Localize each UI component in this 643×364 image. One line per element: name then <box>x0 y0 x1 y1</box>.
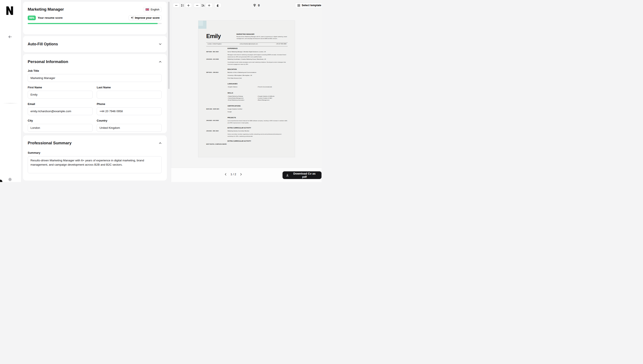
autofill-options-card[interactable]: Auto-Fill Options <box>23 36 167 52</box>
job-title-label: Job Title <box>28 69 162 72</box>
skill-item: Digital Marketing Strategy <box>227 96 243 97</box>
select-template-button[interactable]: Select template <box>295 3 322 8</box>
app-logo[interactable] <box>6 6 14 15</box>
skill-item: Brand Management <box>257 100 269 101</box>
section-heading-extra-curricular-2: EXTRA CURRICULAR ACTIVITY <box>227 140 251 142</box>
city-label: City <box>28 119 93 122</box>
education-date: SEP 2015 - JUN 2012 <box>206 72 218 73</box>
education-honours: First Class Honours (1st) <box>227 78 242 79</box>
accent-square-light <box>198 21 203 26</box>
certification-title: Google Analytics Certified <box>227 108 242 110</box>
contact-email: emily.richardson@example.com <box>240 43 258 44</box>
personal-information-title: Personal Information <box>28 60 68 64</box>
professional-summary-title: Professional Summary <box>28 141 72 146</box>
extra-curricular-desc: Active committee member organising month… <box>227 133 288 137</box>
experience-2-desc: Coordinated social media campaigns and e… <box>227 61 288 65</box>
city-input[interactable] <box>28 124 93 132</box>
language-item: English (Native) <box>227 86 237 88</box>
score-label: Your resume score <box>38 16 63 19</box>
line-spacing-icon <box>180 3 184 8</box>
editor-scrollbar-thumb[interactable] <box>168 2 170 89</box>
phone-label: Phone <box>97 102 162 106</box>
droplet-icon <box>216 4 219 7</box>
resume-contact-row: London, United Kingdom emily.richardson@… <box>206 43 288 44</box>
chevron-up-icon <box>159 142 162 144</box>
template-grid-icon <box>297 4 300 7</box>
skill-item: Google Analytics & AdWords <box>257 96 274 97</box>
font-size-decrease-button[interactable] <box>194 3 201 8</box>
professional-summary-card: Professional Summary Summary Results-dri… <box>23 136 167 180</box>
professional-summary-header[interactable]: Professional Summary <box>28 141 162 146</box>
section-heading-skills: SKILLS <box>227 92 233 94</box>
extra-curricular-date: JAN 2021 - DEC 2024 <box>206 130 219 132</box>
first-name-label: First Name <box>28 86 93 89</box>
resume-title: Marketing Manager <box>28 7 64 12</box>
email-input[interactable] <box>28 107 93 115</box>
contact-phone: +44 20 7946 0958 <box>276 43 286 44</box>
line-spacing-increase-button[interactable] <box>185 3 192 8</box>
font-size-increase-button[interactable] <box>206 3 213 8</box>
chat-widget-corner[interactable] <box>0 180 2 182</box>
first-name-input[interactable] <box>28 91 93 98</box>
resume-job-title: MARKETING MANAGER <box>236 34 288 35</box>
education-school: University of Birmingham | Birmingham, U… <box>227 75 252 76</box>
country-label: Country <box>97 119 162 122</box>
download-pdf-label: Download Cv as pdf <box>291 172 318 178</box>
language-button[interactable]: English <box>143 7 162 12</box>
project-date: JAN 2023 - AUG 2023 <box>206 120 219 121</box>
certification-date: MAR 2022 - MAR 2024 <box>206 108 219 110</box>
header-divider-bottom <box>206 46 288 46</box>
logo-n-icon <box>6 6 14 15</box>
line-spacing-decrease-button[interactable] <box>173 3 180 8</box>
color-droplet-button[interactable] <box>214 3 221 8</box>
font-size-icon <box>201 3 205 8</box>
skill-item: Email Marketing Automation <box>227 100 244 101</box>
page-indicator: 1 / 2 <box>230 173 236 176</box>
country-input[interactable] <box>97 124 162 132</box>
next-page-icon[interactable] <box>240 173 242 176</box>
resume-header-card: Marketing Manager English 98% Your resum… <box>23 2 167 34</box>
education-degree: Bachelor of Arts in Marketing and Commun… <box>227 72 256 73</box>
header-divider-top <box>206 42 288 43</box>
last-name-input[interactable] <box>97 91 162 98</box>
job-title-input[interactable] <box>28 74 162 82</box>
resume-score-progress-fill <box>28 23 158 24</box>
last-name-label: Last Name <box>97 86 162 89</box>
score-badge: 98% <box>28 16 36 20</box>
skill-item: Content Creation & SEO <box>257 98 272 99</box>
section-heading-extra-curricular: EXTRA CURRICULAR ACTIVITY <box>227 127 251 128</box>
chevron-up-icon <box>159 60 162 63</box>
previous-page-icon[interactable] <box>224 173 227 176</box>
experience-1-desc: Managed multi-channel marketing campaign… <box>227 54 288 58</box>
sparkles-icon <box>131 16 134 19</box>
section-heading-languages: LANGUAGES <box>227 83 237 84</box>
summary-label: Summary <box>28 151 162 154</box>
improve-score-button[interactable]: Improve your score <box>128 15 162 20</box>
back-arrow-icon[interactable] <box>8 35 12 39</box>
page-navigation: 1 / 2 <box>224 173 242 176</box>
download-pdf-button[interactable]: Download Cv as pdf <box>282 171 322 179</box>
personal-information-header[interactable]: Personal Information <box>28 60 162 64</box>
extra-curricular-title: Marketing Society Committee Member <box>227 130 249 132</box>
preview-panel: 0 Select template Emily MARKETING MANAGE… <box>171 0 322 182</box>
email-label: Email <box>28 102 93 106</box>
theme-toggle-sun-icon[interactable] <box>8 178 12 181</box>
personal-information-card: Personal Information Job Title First Nam… <box>23 54 167 133</box>
resume-score-progressbar <box>28 23 162 24</box>
sidebar-divider <box>3 103 18 104</box>
contact-location: London, United Kingdom <box>207 43 222 44</box>
chevron-down-icon <box>159 42 162 46</box>
download-icon <box>286 174 289 177</box>
autofill-title: Auto-Fill Options <box>28 42 58 46</box>
phone-input[interactable] <box>97 107 162 115</box>
app-sidebar <box>0 0 21 182</box>
section-heading-education: EDUCATION <box>227 68 237 70</box>
skill-item: Social Media Management <box>227 98 243 99</box>
language-item: French (Conversational) <box>257 86 272 88</box>
section-heading-projects: PROJECTS <box>227 117 236 118</box>
resume-summary-text: Results-driven Marketing Manager with 6+… <box>236 36 288 40</box>
section-heading-certifications: CERTIFICATIONS <box>227 105 240 107</box>
summary-textarea[interactable]: Results-driven Marketing Manager with 6+… <box>28 156 162 173</box>
credits-indicator[interactable]: 0 <box>253 3 260 8</box>
uk-flag-icon <box>146 8 149 11</box>
